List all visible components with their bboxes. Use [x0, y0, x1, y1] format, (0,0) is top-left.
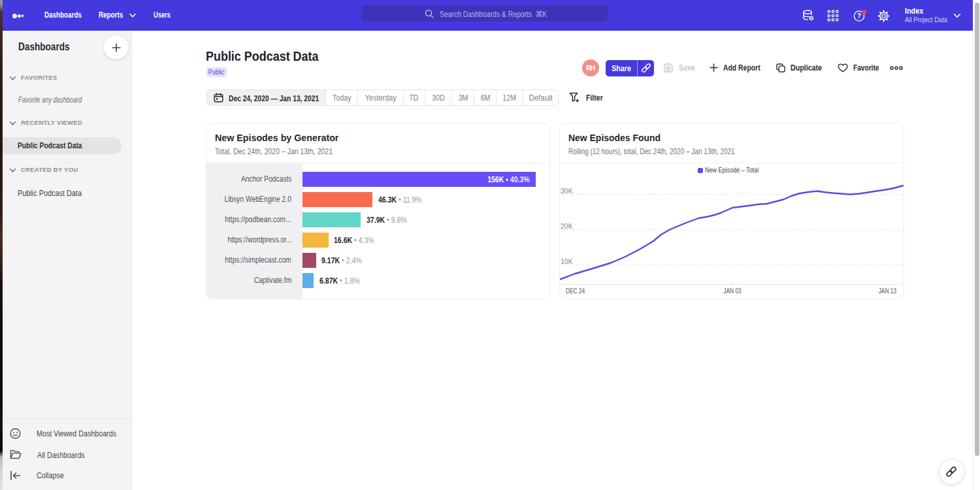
svg-text:?: ? — [857, 12, 861, 20]
